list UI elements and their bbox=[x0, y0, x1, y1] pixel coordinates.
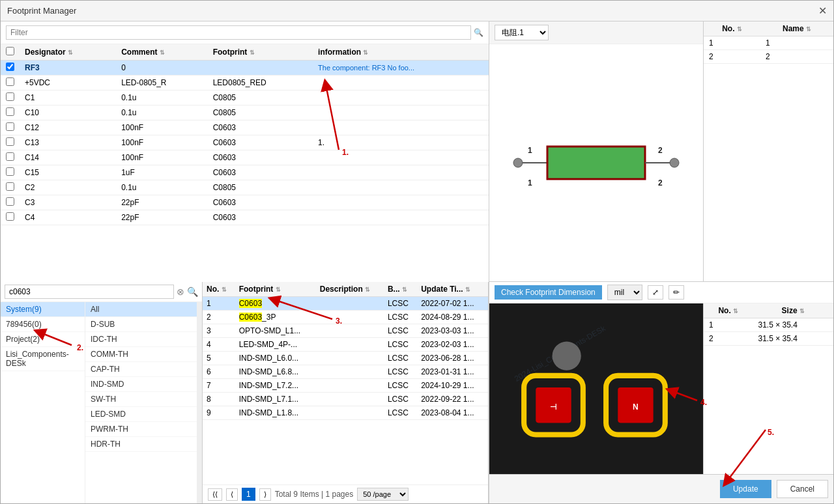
fp-row[interactable]: 5 IND-SMD_L6.0... LCSC 2023-06-28 1... bbox=[203, 352, 488, 365]
cat-item[interactable]: CAP-TH bbox=[85, 362, 197, 377]
component-row[interactable]: C2 0.1u C0805 bbox=[1, 180, 489, 195]
filter-input[interactable] bbox=[6, 25, 471, 40]
fp-col-footprint[interactable]: Footprint ⇅ bbox=[235, 282, 316, 297]
fp-row-update: 2023-06-28 1... bbox=[417, 352, 488, 365]
col-designator[interactable]: Designator ⇅ bbox=[20, 44, 116, 61]
size-row-no: 1 bbox=[704, 318, 753, 332]
row-checkbox[interactable] bbox=[6, 167, 14, 176]
row-checkbox[interactable] bbox=[6, 92, 14, 101]
search-execute-button[interactable]: 🔍 bbox=[187, 287, 198, 297]
row-information: 1. bbox=[313, 135, 489, 150]
size-row: 1 31.5 × 35.4 bbox=[704, 318, 833, 332]
row-checkbox[interactable] bbox=[6, 107, 14, 116]
cat-item[interactable]: PWRM-TH bbox=[85, 422, 197, 437]
edit-footprint-button[interactable]: ✏ bbox=[669, 285, 684, 300]
dialog-title: Footprint Manager bbox=[7, 6, 76, 16]
svg-text:1: 1 bbox=[528, 146, 532, 155]
unit-select[interactable]: mil mm bbox=[607, 285, 642, 300]
cat-scrollbar[interactable] bbox=[197, 302, 202, 503]
component-row[interactable]: C4 22pF C0603 bbox=[1, 210, 489, 225]
row-checkbox[interactable] bbox=[6, 197, 14, 206]
select-all-checkbox[interactable] bbox=[6, 47, 14, 55]
clear-search-button[interactable]: ⊗ bbox=[177, 287, 184, 297]
component-row[interactable]: C14 100nF C0603 bbox=[1, 150, 489, 165]
cat-item[interactable]: SW-TH bbox=[85, 392, 197, 407]
component-row[interactable]: C10 0.1u C0805 bbox=[1, 105, 489, 120]
lib-item[interactable]: System(9) bbox=[1, 302, 85, 317]
cat-item[interactable]: D-SUB bbox=[85, 317, 197, 332]
row-information bbox=[313, 91, 489, 105]
lib-item[interactable]: Project(2) bbox=[1, 332, 85, 347]
search-input[interactable] bbox=[5, 285, 174, 299]
page-current[interactable]: 1 bbox=[242, 488, 255, 501]
check-footprint-button[interactable]: Check Footprint Dimension bbox=[495, 285, 602, 300]
component-row[interactable]: +5VDC LED-0805_R LED0805_RED bbox=[1, 76, 489, 91]
component-row[interactable]: C12 100nF C0603 bbox=[1, 120, 489, 135]
fp-col-update[interactable]: Update Ti... ⇅ bbox=[417, 282, 488, 297]
fullscreen-button[interactable]: ⤢ bbox=[648, 285, 663, 300]
fp-row[interactable]: 9 IND-SMD_L1.8... LCSC 2023-08-04 1... bbox=[203, 406, 488, 420]
cancel-button[interactable]: Cancel bbox=[777, 480, 828, 498]
row-information bbox=[313, 76, 489, 91]
lib-item[interactable]: Lisi_Components-DESk bbox=[1, 347, 85, 371]
fp-row-description bbox=[316, 379, 384, 393]
component-row[interactable]: RF3 0 The component: RF3 No foo... bbox=[1, 61, 489, 76]
schematic-dropdown[interactable]: 电阻.1 bbox=[495, 25, 549, 40]
col-information[interactable]: information ⇅ bbox=[313, 44, 489, 61]
fp-row[interactable]: 3 OPTO-SMD_L1... LCSC 2023-03-03 1... bbox=[203, 324, 488, 338]
cat-item[interactable]: IND-SMD bbox=[85, 377, 197, 392]
component-row[interactable]: C13 100nF C0603 1. bbox=[1, 135, 489, 150]
pin-row-no: 1 bbox=[704, 36, 760, 50]
fp-row[interactable]: 6 IND-SMD_L6.8... LCSC 2023-01-31 1... bbox=[203, 365, 488, 379]
fp-table: No. ⇅ Footprint ⇅ Description ⇅ B... ⇅ U… bbox=[203, 282, 488, 484]
fp-row-b: LCSC bbox=[384, 338, 417, 352]
row-footprint: C0603 bbox=[208, 120, 313, 135]
page-next-button[interactable]: ⟩ bbox=[259, 488, 271, 501]
lib-item[interactable]: 789456(0) bbox=[1, 317, 85, 332]
fp-row-update: 2023-03-03 1... bbox=[417, 324, 488, 338]
per-page-select[interactable]: 50 /page 100 /page bbox=[357, 488, 409, 501]
fp-row[interactable]: 7 IND-SMD_L7.2... LCSC 2024-10-29 1... bbox=[203, 379, 488, 393]
fp-row-update: 2022-09-22 1... bbox=[417, 393, 488, 406]
row-checkbox[interactable] bbox=[6, 152, 14, 161]
close-button[interactable]: ✕ bbox=[818, 5, 827, 17]
fp-row-b: LCSC bbox=[384, 406, 417, 420]
fp-row[interactable]: 8 IND-SMD_L7.1... LCSC 2022-09-22 1... bbox=[203, 393, 488, 406]
component-row[interactable]: C15 1uF C0603 bbox=[1, 165, 489, 180]
cat-item[interactable]: All bbox=[85, 302, 197, 317]
fp-row-update: 2023-08-04 1... bbox=[417, 406, 488, 420]
col-comment[interactable]: Comment ⇅ bbox=[116, 44, 208, 61]
component-row[interactable]: C1 0.1u C0805 bbox=[1, 91, 489, 105]
cat-item[interactable]: LED-SMD bbox=[85, 407, 197, 422]
fp-row[interactable]: 2 C0603_3P LCSC 2024-08-29 1... bbox=[203, 311, 488, 324]
page-first-button[interactable]: ⟨⟨ bbox=[208, 488, 222, 501]
fp-col-description[interactable]: Description ⇅ bbox=[316, 282, 384, 297]
pagination-total: Total 9 Items | 1 pages bbox=[275, 490, 354, 499]
row-information bbox=[313, 180, 489, 195]
fp-row-no: 1 bbox=[203, 297, 235, 311]
update-button[interactable]: Update bbox=[720, 480, 771, 498]
fp-row[interactable]: 1 C0603 LCSC 2022-07-02 1... bbox=[203, 297, 488, 311]
row-checkbox[interactable] bbox=[6, 212, 14, 221]
fp-row[interactable]: 4 LED-SMD_4P-... LCSC 2023-02-03 1... bbox=[203, 338, 488, 352]
page-prev-button[interactable]: ⟨ bbox=[226, 488, 238, 501]
pin-row: 1 1 bbox=[704, 36, 833, 50]
col-footprint[interactable]: Footprint ⇅ bbox=[208, 44, 313, 61]
component-row[interactable]: C3 22pF C0603 bbox=[1, 195, 489, 210]
size-row-size: 31.5 × 35.4 bbox=[753, 332, 833, 346]
fp-col-b[interactable]: B... ⇅ bbox=[384, 282, 417, 297]
fp-row-description bbox=[316, 406, 384, 420]
row-checkbox[interactable] bbox=[6, 77, 14, 86]
row-checkbox[interactable] bbox=[6, 63, 14, 71]
row-checkbox[interactable] bbox=[6, 182, 14, 191]
fp-row-footprint: IND-SMD_L7.2... bbox=[235, 379, 316, 393]
pin-row-name: 2 bbox=[760, 50, 833, 64]
fp-col-no[interactable]: No. ⇅ bbox=[203, 282, 235, 297]
cat-item[interactable]: COMM-TH bbox=[85, 347, 197, 362]
row-checkbox[interactable] bbox=[6, 122, 14, 131]
row-footprint: C0805 bbox=[208, 91, 313, 105]
cat-item[interactable]: HDR-TH bbox=[85, 437, 197, 452]
row-checkbox[interactable] bbox=[6, 137, 14, 146]
cat-item[interactable]: IDC-TH bbox=[85, 332, 197, 347]
row-designator: C12 bbox=[20, 120, 116, 135]
